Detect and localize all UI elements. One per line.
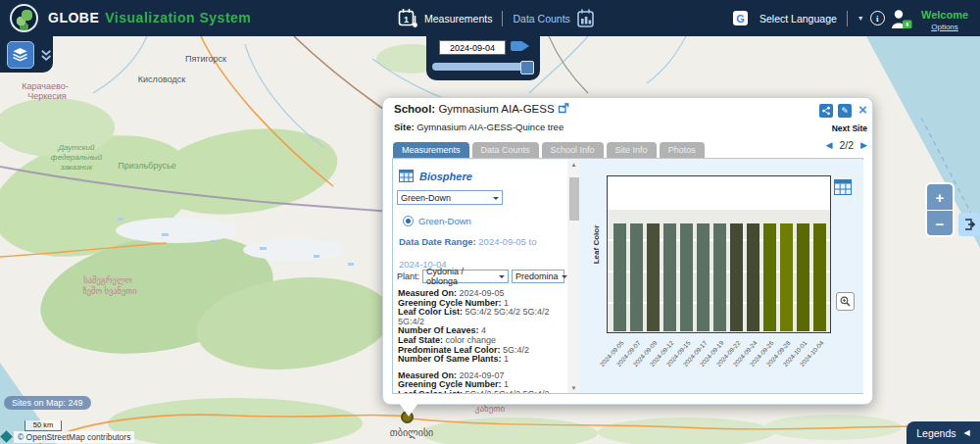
next-site-arrow[interactable]: ▶ [860,140,867,150]
nav-measurements[interactable]: 1 Measurements [398,8,492,29]
nav-data-counts[interactable]: Data Counts [513,8,597,29]
map-label-samegrelo-2: ზემო სვანეთი [82,286,136,296]
google-translate-icon: G [733,11,748,25]
protocol-select-value: Green-Down [401,193,451,203]
site-pager: ◀ 2/2 ▶ [826,139,867,151]
animation-camera-icon[interactable] [511,41,523,51]
sphere-header: Biosphere [399,170,472,182]
brand-system: Visualization System [105,10,251,25]
globe-logo-icon [10,4,38,32]
zoom-in-button[interactable]: + [927,184,953,210]
green-down-radio-label: Green-Down [418,216,471,226]
measurements-calendar-icon: 1 [398,8,418,29]
tab-data-counts[interactable]: Data Counts [472,142,539,158]
language-dropdown-arrow-icon[interactable]: ▼ [858,15,864,22]
chart-zoom-button[interactable] [836,292,855,311]
info-icon[interactable]: i [870,11,885,25]
external-link-icon[interactable] [558,103,569,114]
plant-qualifier-select[interactable]: Predomina [512,270,564,283]
export-icon [962,218,976,231]
chart-bar[interactable] [797,223,809,331]
edit-button[interactable]: ✎ [838,104,852,118]
chart-bar[interactable] [780,223,793,331]
protocol-panel: Biosphere Green-Down Green-Down Data Dat… [393,160,567,393]
header-right: G Select Language ▼ i [733,0,885,36]
legends-button[interactable]: Legends ◀ [906,421,980,444]
chart-bar[interactable] [697,223,710,331]
table-view-icon [834,179,852,195]
map-label-samegrelo-1: სამეგრელო [83,275,132,285]
scroll-up-icon[interactable]: ▲ [567,162,580,168]
svg-text:1: 1 [404,14,409,24]
scroll-down-icon[interactable]: ▼ [567,385,580,391]
chart-table-view-button[interactable] [833,177,853,197]
nav-divider [502,11,503,26]
school-name: Gymnasium AIA-GESS [438,103,554,115]
layers-button[interactable] [7,41,34,69]
plant-select[interactable]: Cydonia / oblonga [422,270,509,283]
chart-bar[interactable] [747,223,760,331]
options-link[interactable]: Options [921,23,968,31]
legends-label: Legends [916,427,956,439]
map-attribution[interactable]: © OpenStreetMap contributors [14,431,134,443]
table-icon [399,170,414,182]
map-label-karachay-1: Карачаево- [22,81,68,91]
chart-bar[interactable] [680,223,693,331]
nav-data-counts-label: Data Counts [513,13,569,25]
measurement-row: Leaf Color List: 5G:4/2 5G:4/2 5G:4/2 [398,390,563,393]
magnifier-plus-icon [840,296,851,307]
chart-bar[interactable] [813,223,826,331]
panel-scrollbar[interactable]: ▲ ▼ [567,160,580,393]
date-input[interactable] [439,40,506,55]
zoom-out-button[interactable]: − [927,211,953,236]
map-label-kislovodsk: Кисловодск [138,74,185,84]
welcome-label: Welcome [921,9,968,21]
map-label-reserve-3: заказник [60,163,94,172]
green-down-radio[interactable] [403,216,414,226]
chart-bar[interactable] [630,223,643,331]
pager-count: 2/2 [839,139,854,151]
plant-qualifier-value: Predomina [515,271,559,281]
chart-x-axis-labels: 2024-09-052024-09-072024-09-092024-09-12… [607,336,831,391]
share-button[interactable] [819,104,833,118]
map-export-button[interactable] [958,213,980,236]
legends-collapse-arrow-icon: ◀ [964,428,970,437]
chart-bar[interactable] [730,223,743,331]
measurement-entry: Measured On: 2024-09-07Greening Cycle Nu… [398,371,563,393]
tab-site-info[interactable]: Site Info [607,142,657,158]
edit-pencil-icon: ✎ [841,106,849,116]
chart-bar[interactable] [647,223,660,331]
user-unlocked-icon[interactable] [890,8,913,29]
prev-site-arrow[interactable]: ◀ [826,140,833,150]
layers-panel [0,36,53,73]
date-slider-handle[interactable] [520,61,534,74]
select-language-control[interactable]: G Select Language [733,11,843,25]
chart-y-axis-label: Leaf Color [592,191,601,299]
share-icon [821,106,831,116]
chart-bar[interactable] [763,223,776,331]
scrollbar-thumb[interactable] [569,177,579,221]
language-divider [847,11,848,26]
tab-measurements[interactable]: Measurements [393,142,469,158]
nav-measurements-label: Measurements [424,13,492,25]
chart-bar[interactable] [613,223,626,331]
date-slider[interactable] [432,63,530,71]
tab-photos[interactable]: Photos [660,142,705,158]
user-area: Welcome Options [890,0,968,36]
map-label-tbilisi: თბილისი [390,427,434,439]
chart-bar[interactable] [713,223,726,331]
protocol-select[interactable]: Green-Down [397,190,503,205]
next-site-label: Next Site [832,123,867,133]
collapse-chevrons-icon[interactable] [39,47,53,63]
measurement-entry: Measured On: 2024-09-05Greening Cycle Nu… [398,289,563,365]
map-label-reserve-1: Даутский [57,143,95,152]
map-label-prielbrusye: Приэльбрусье [118,161,176,171]
chart-bar[interactable] [663,223,676,331]
measurement-row: Number Of Same Plants: 1 [398,355,563,365]
leaf-color-chart [607,175,831,333]
popup-close-button[interactable]: × [858,103,867,116]
layers-icon [12,47,28,62]
chart-gridline [608,208,830,210]
tab-school-info[interactable]: School Info [542,142,604,158]
popup-tail [399,403,418,417]
